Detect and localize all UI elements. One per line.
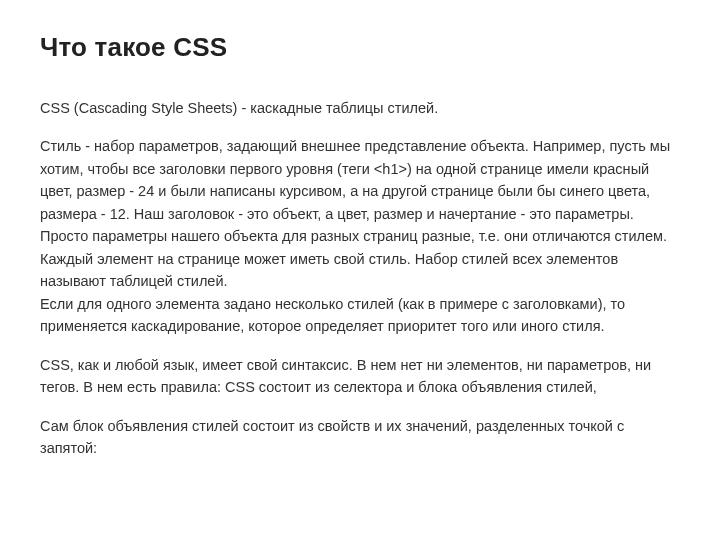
paragraph-declaration-block: Сам блок объявления стилей состоит из св…	[40, 415, 680, 460]
paragraph-cascading: Если для одного элемента задано нескольк…	[40, 293, 680, 338]
paragraph-style-table: Каждый элемент на странице может иметь с…	[40, 248, 680, 293]
page-title: Что такое CSS	[40, 32, 680, 63]
paragraph-syntax: CSS, как и любой язык, имеет свой синтак…	[40, 354, 680, 399]
paragraph-style-definition: Стиль - набор параметров, задающий внешн…	[40, 135, 680, 247]
paragraph-intro: CSS (Cascading Style Sheets) - каскадные…	[40, 97, 680, 119]
